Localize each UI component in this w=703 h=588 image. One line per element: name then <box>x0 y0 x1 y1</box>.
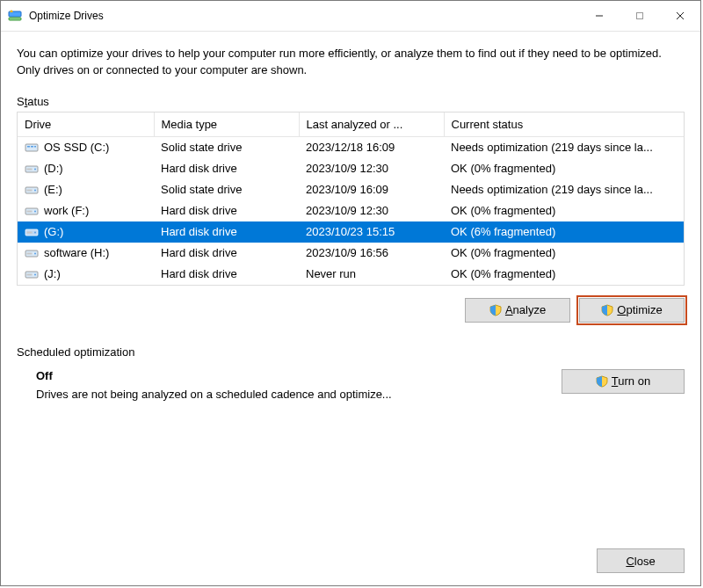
svg-rect-1 <box>9 18 21 20</box>
scheduled-optimization-label: Scheduled optimization <box>17 345 685 359</box>
hdd-drive-icon <box>25 183 39 197</box>
last-analyzed: 2023/10/9 16:56 <box>299 243 444 264</box>
last-analyzed: 2023/10/9 12:30 <box>299 158 444 179</box>
media-type: Hard disk drive <box>154 158 299 179</box>
shield-icon <box>601 304 613 316</box>
drive-name: (E:) <box>44 183 62 196</box>
table-row[interactable]: (D:)Hard disk drive2023/10/9 12:30OK (0%… <box>18 158 684 179</box>
svg-point-26 <box>34 273 36 275</box>
hdd-drive-icon <box>25 204 39 218</box>
svg-rect-27 <box>27 273 33 275</box>
last-analyzed: Never run <box>299 264 444 285</box>
svg-rect-12 <box>27 168 33 170</box>
current-status: OK (0% fragmented) <box>444 243 684 264</box>
schedule-state: Off <box>36 369 392 382</box>
last-analyzed: 2023/12/18 16:09 <box>299 136 444 158</box>
close-dialog-button[interactable]: Close <box>597 548 685 573</box>
last-analyzed: 2023/10/23 15:15 <box>299 221 444 243</box>
optimize-drives-window: Optimize Drives You can optimize your dr… <box>0 0 701 586</box>
app-icon <box>8 9 22 23</box>
table-row[interactable]: work (F:)Hard disk drive2023/10/9 12:30O… <box>18 200 684 221</box>
schedule-text: Off Drives are not being analyzed on a s… <box>36 369 392 401</box>
svg-rect-24 <box>27 252 33 254</box>
current-status: OK (0% fragmented) <box>444 200 684 221</box>
col-drive[interactable]: Drive <box>18 113 154 137</box>
svg-point-14 <box>34 189 36 191</box>
action-buttons: Analyze Optimize <box>17 298 685 323</box>
minimize-button[interactable] <box>579 1 620 31</box>
drives-table-container: Drive Media type Last analyzed or ... Cu… <box>17 112 685 286</box>
last-analyzed: 2023/10/9 12:30 <box>299 200 444 221</box>
schedule-description: Drives are not being analyzed on a sched… <box>36 388 392 401</box>
table-row[interactable]: OS SSD (C:)Solid state drive2023/12/18 1… <box>18 136 684 158</box>
media-type: Hard disk drive <box>154 200 299 221</box>
col-media[interactable]: Media type <box>154 113 299 137</box>
hdd-drive-icon <box>25 267 39 281</box>
drive-name: software (H:) <box>44 246 109 259</box>
dialog-footer: Close <box>1 548 700 585</box>
media-type: Hard disk drive <box>154 264 299 285</box>
status-label: Status <box>17 95 685 108</box>
svg-point-20 <box>34 231 36 233</box>
drive-name: work (F:) <box>44 204 89 217</box>
svg-rect-3 <box>637 13 643 19</box>
current-status: OK (6% fragmented) <box>444 221 684 243</box>
table-row[interactable]: (G:)Hard disk drive2023/10/23 15:15OK (6… <box>18 221 684 243</box>
svg-rect-21 <box>27 231 33 233</box>
optimize-button[interactable]: Optimize <box>579 298 685 323</box>
current-status: OK (0% fragmented) <box>444 264 684 285</box>
col-last[interactable]: Last analyzed or ... <box>299 113 444 137</box>
svg-rect-18 <box>27 210 33 212</box>
svg-rect-9 <box>34 146 36 148</box>
current-status: Needs optimization (219 days since la... <box>444 136 684 158</box>
maximize-button[interactable] <box>620 1 660 31</box>
current-status: OK (0% fragmented) <box>444 158 684 179</box>
table-row[interactable]: software (H:)Hard disk drive2023/10/9 16… <box>18 243 684 264</box>
turn-on-button[interactable]: Turn on <box>562 369 685 394</box>
hdd-drive-icon <box>25 162 39 176</box>
table-row[interactable]: (J:)Hard disk driveNever runOK (0% fragm… <box>18 264 684 285</box>
media-type: Solid state drive <box>154 136 299 158</box>
drive-name: (J:) <box>44 267 61 280</box>
scheduled-optimization-panel: Off Drives are not being analyzed on a s… <box>17 367 685 401</box>
window-controls <box>579 1 700 31</box>
drive-name: (D:) <box>44 162 63 175</box>
drives-table[interactable]: Drive Media type Last analyzed or ... Cu… <box>18 113 684 285</box>
table-header-row: Drive Media type Last analyzed or ... Cu… <box>18 113 684 137</box>
media-type: Hard disk drive <box>154 221 299 243</box>
svg-point-17 <box>34 210 36 212</box>
svg-point-11 <box>34 168 36 170</box>
current-status: Needs optimization (219 days since la... <box>444 179 684 200</box>
drive-name: (G:) <box>44 225 63 238</box>
analyze-button[interactable]: Analyze <box>465 298 570 323</box>
close-button[interactable] <box>660 1 700 31</box>
intro-text: You can optimize your drives to help you… <box>17 46 685 79</box>
svg-rect-15 <box>27 189 33 191</box>
last-analyzed: 2023/10/9 16:09 <box>299 179 444 200</box>
shield-icon <box>489 304 502 316</box>
svg-rect-6 <box>25 144 38 151</box>
svg-rect-8 <box>31 146 33 148</box>
svg-point-23 <box>34 252 36 254</box>
hdd-drive-icon <box>25 246 39 260</box>
shield-icon <box>596 375 608 388</box>
media-type: Hard disk drive <box>154 243 299 264</box>
window-title: Optimize Drives <box>29 10 579 22</box>
media-type: Solid state drive <box>154 179 299 200</box>
col-status[interactable]: Current status <box>444 113 684 137</box>
ssd-drive-icon <box>25 141 39 155</box>
drive-name: OS SSD (C:) <box>44 141 109 154</box>
svg-rect-7 <box>27 146 30 148</box>
hdd-drive-icon <box>25 225 39 239</box>
titlebar: Optimize Drives <box>1 1 700 32</box>
table-row[interactable]: (E:)Solid state drive2023/10/9 16:09Need… <box>18 179 684 200</box>
